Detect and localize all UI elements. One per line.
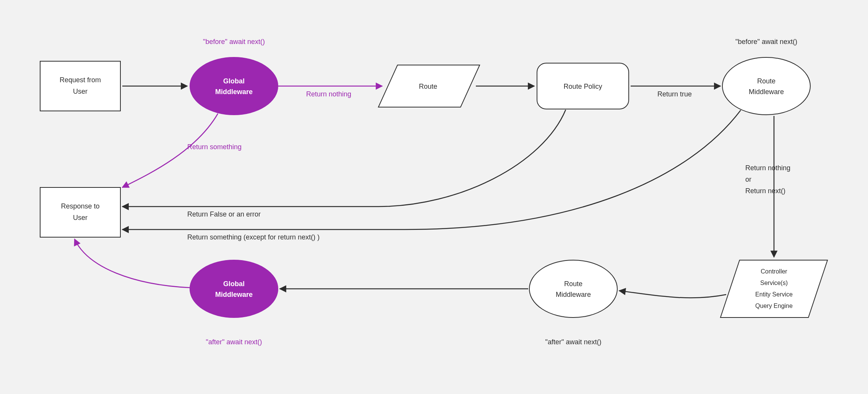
node-request-line1: Request from — [60, 76, 101, 84]
edge-rmw-to-response-label: Return something (except for return next… — [187, 233, 320, 241]
node-request: Request from User — [40, 61, 120, 111]
node-route-middleware-before: Route Middleware — [722, 57, 810, 115]
response-line2: User — [73, 214, 88, 221]
rmw1-line1: Route — [757, 77, 776, 85]
svg-point-7 — [190, 260, 278, 317]
edge-gmw-to-route-label: Return nothing — [306, 90, 351, 98]
node-route-policy: Route Policy — [537, 63, 629, 109]
rmw1-caption: "before" await next() — [735, 38, 797, 46]
gmw1-line2: Middleware — [215, 88, 253, 96]
gmw2-line2: Middleware — [215, 291, 253, 298]
svg-point-6 — [529, 260, 617, 317]
response-line1: Response to — [61, 202, 99, 210]
gmw2-caption: "after" await next() — [206, 338, 262, 346]
node-global-middleware-after: Global Middleware — [190, 260, 278, 317]
layers-line2: Service(s) — [760, 280, 788, 286]
svg-point-4 — [722, 57, 810, 115]
node-route-middleware-after: Route Middleware — [529, 260, 617, 317]
edge-rmw-to-layers-label1: Return nothing — [745, 164, 790, 172]
svg-rect-0 — [40, 61, 120, 111]
rmw2-line1: Route — [564, 280, 582, 288]
layers-line1: Controller — [761, 268, 787, 275]
edge-rmw-to-layers-label3: Return next() — [745, 187, 785, 195]
gmw1-caption: "before" await next() — [203, 38, 265, 46]
node-layers: Controller Service(s) Entity Service Que… — [720, 260, 827, 317]
gmw2-line1: Global — [223, 280, 245, 288]
edge-policy-to-rmw-label: Return true — [657, 90, 692, 98]
route-label: Route — [419, 83, 437, 90]
layers-line4: Query Engine — [755, 303, 793, 309]
edge-gmw-to-response-label: Return something — [187, 143, 242, 151]
node-global-middleware-before: Global Middleware — [190, 57, 278, 115]
layers-line3: Entity Service — [755, 291, 793, 298]
rmw2-caption: "after" await next() — [545, 338, 602, 346]
canvas-bg — [0, 0, 868, 394]
node-response: Response to User — [40, 187, 120, 237]
svg-rect-8 — [40, 187, 120, 237]
rmw1-line2: Middleware — [749, 88, 784, 96]
policy-label: Route Policy — [563, 83, 602, 90]
edge-rmw-to-layers-label2: or — [745, 176, 751, 183]
node-request-line2: User — [73, 88, 88, 95]
edge-policy-to-response-label: Return False or an error — [187, 210, 261, 218]
svg-point-1 — [190, 57, 278, 115]
rmw2-line2: Middleware — [556, 291, 591, 298]
gmw1-line1: Global — [223, 77, 245, 85]
